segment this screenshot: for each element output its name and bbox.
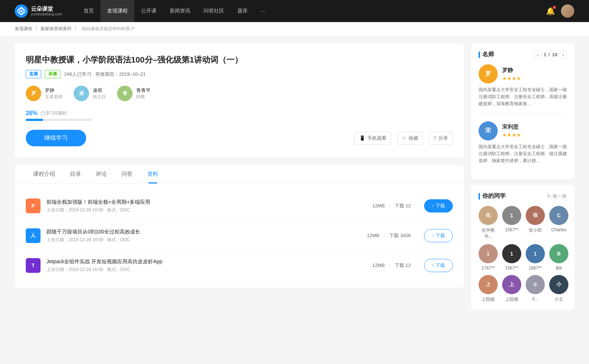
file-name-0: 前端全栈加强版！前端全栈+全周期+多端应用 <box>46 199 359 206</box>
classmates-grid: 化 化学教书... 1 1567** 张 张小田 C Charles 1 176… <box>479 206 567 303</box>
nav-item-5[interactable]: 题库 <box>231 0 254 22</box>
tab-问答[interactable]: 问答 <box>114 165 140 183</box>
svg-point-2 <box>21 10 22 12</box>
classmate-1[interactable]: 1 1567** <box>502 206 521 240</box>
file-stats-2: 12MB | 下载 12 <box>365 262 418 269</box>
file-icon-1: 人 <box>26 228 40 243</box>
tab-评论[interactable]: 评论 <box>88 165 114 183</box>
share-button[interactable]: ⤴ 分享 <box>429 132 453 145</box>
teacher-page-current: 1 <box>544 52 546 57</box>
teacher-page-total: 10 <box>552 52 557 57</box>
classmate-name-7: Bill <box>556 265 562 271</box>
teachers-sidebar-card: 名师 ‹ 1 / 10 › 罗 罗静 ★★★★ 国内某重点大学安全工程专业硕士，… <box>471 43 574 179</box>
sidebar-teacher-stars-0: ★★★★ <box>502 75 521 81</box>
file-meta-1: 上传日期：2019-12-28 16:00 格式：DOC <box>46 237 354 243</box>
classmate-8[interactable]: 上 上院能 <box>479 275 498 303</box>
classmate-avatar-10: 0 <box>526 275 545 294</box>
breadcrumb: 发现课程 / 新媒体营销系列 / 销冠修炼术搞定80%的客户 <box>0 22 589 36</box>
classmate-11[interactable]: 小 小王 <box>549 275 568 303</box>
classmate-4[interactable]: 1 1767** <box>479 244 498 271</box>
file-item-2: T Jetpack全组件实战 开发短视频应用高仿皮皮虾App 上传日期：2019… <box>26 251 453 280</box>
classmate-6[interactable]: 1 1867** <box>526 244 545 271</box>
course-title: 明星中教授课，小学阶段语法100分–强化级第1讲动词（一） <box>26 54 453 65</box>
teacher-avatar-1: 凌 <box>74 86 89 101</box>
badge-live: 直播 <box>26 70 41 78</box>
file-info-1: 跟随千万级项目从0到100全过程高效成长 上传日期：2019-12-28 16:… <box>46 229 354 243</box>
main-nav: 首页发现课程公开课新闻资讯问答社区题库··· <box>77 0 546 22</box>
download-button-1[interactable]: ↑ 下载 <box>424 229 453 242</box>
classmate-2[interactable]: 张 张小田 <box>526 206 545 240</box>
logo[interactable]: 云朵课堂 yundouketang.com <box>15 4 62 18</box>
tab-资料[interactable]: 资料 <box>140 165 166 183</box>
classmate-3[interactable]: C Charles <box>549 206 568 240</box>
classmate-5[interactable]: 1 1567** <box>502 244 521 271</box>
classmate-avatar-3: C <box>549 206 568 225</box>
phone-watch-label: 手机观看 <box>367 135 387 142</box>
classmate-name-2: 张小田 <box>529 227 542 233</box>
nav-item-6[interactable]: ··· <box>254 0 272 22</box>
breadcrumb-link-2[interactable]: 新媒体营销系列 <box>40 26 71 31</box>
file-stats-1: 12MB | 下载 3456 <box>360 232 418 239</box>
progress-bar-fill <box>26 119 43 121</box>
classmate-avatar-8: 上 <box>479 275 498 294</box>
teacher-name-2: 青青平 <box>136 87 151 94</box>
sidebar-teacher-desc-1: 国内某重点大学安全工程专业硕士，国家一级注册消防工程师、注册安全工程师、级注册建… <box>479 143 567 165</box>
teachers-list: 罗 罗静 主讲老师 凌 凌荷 班主任 青 青青平 助教 <box>26 86 453 101</box>
classmate-7[interactable]: B Bill <box>549 244 568 271</box>
classmate-avatar-9: 上 <box>502 275 521 294</box>
classmate-name-1: 1567** <box>505 227 518 232</box>
file-item-0: P 前端全栈加强版！前端全栈+全周期+多端应用 上传日期：2019-12-28 … <box>26 191 453 221</box>
nav-item-1[interactable]: 发现课程 <box>100 0 134 22</box>
sidebar-teacher-stars-1: ★★★★ <box>502 132 521 138</box>
tab-课程介绍[interactable]: 课程介绍 <box>26 165 63 183</box>
teacher-role-0: 主讲老师 <box>45 94 63 100</box>
sidebar-teacher-name-0: 罗静 <box>502 67 521 74</box>
file-info-2: Jetpack全组件实战 开发短视频应用高仿皮皮虾App 上传日期：2019-1… <box>46 258 359 273</box>
sidebar: 名师 ‹ 1 / 10 › 罗 罗静 ★★★★ 国内某重点大学安全工程专业硕士，… <box>471 43 574 316</box>
progress-study-text: 已学习0课时 <box>40 110 67 117</box>
breadcrumb-link-1[interactable]: 发现课程 <box>15 26 32 31</box>
download-button-0[interactable]: ↑ 下载 <box>424 199 453 213</box>
file-icon-0: P <box>26 199 40 213</box>
teacher-info-1: 凌荷 班主任 <box>93 87 106 100</box>
teacher-info-0: 罗静 主讲老师 <box>45 87 63 100</box>
file-item-1: 人 跟随千万级项目从0到100全过程高效成长 上传日期：2019-12-28 1… <box>26 221 453 251</box>
file-meta-0: 上传日期：2019-12-28 16:00 格式：DOC <box>46 207 359 213</box>
file-name-2: Jetpack全组件实战 开发短视频应用高仿皮皮虾App <box>46 258 359 265</box>
prev-teacher-page[interactable]: ‹ <box>534 51 542 58</box>
classmate-9[interactable]: 上 上院楼 <box>502 275 521 303</box>
nav-item-0[interactable]: 首页 <box>77 0 100 22</box>
refresh-classmates-button[interactable]: ↻ 换一换 <box>547 193 567 200</box>
nav-item-3[interactable]: 新闻资讯 <box>163 0 197 22</box>
user-avatar[interactable] <box>561 4 574 18</box>
tab-目录[interactable]: 目录 <box>63 165 88 183</box>
continue-study-button[interactable]: 继续学习 <box>26 130 86 146</box>
tabs-content: P 前端全栈加强版！前端全栈+全周期+多端应用 上传日期：2019-12-28 … <box>15 184 464 288</box>
refresh-label: 换一换 <box>553 193 567 200</box>
classmate-name-5: 1567** <box>505 265 518 271</box>
classmate-name-11: 小王 <box>554 296 563 303</box>
sidebar-teacher-desc-0: 国内某重点大学安全工程专业硕士，国家一级注册消防工程师、注册安全工程师、高级注册… <box>479 86 567 108</box>
teacher-role-2: 助教 <box>136 94 151 100</box>
phone-watch-button[interactable]: 📱 手机观看 <box>355 132 391 145</box>
nav-item-2[interactable]: 公开课 <box>134 0 163 22</box>
classmate-0[interactable]: 化 化学教书... <box>479 206 498 240</box>
logo-text: 云朵课堂 yundouketang.com <box>31 6 62 17</box>
breadcrumb-current: 销冠修炼术搞定80%的客户 <box>82 26 135 31</box>
progress-bar-bg <box>26 119 92 121</box>
sidebar-teacher-name-1: 宋利坚 <box>502 124 521 131</box>
action-buttons: 📱 手机观看 ☆ 收藏 ⤴ 分享 <box>355 132 453 145</box>
notification-dot <box>553 6 556 9</box>
download-button-2[interactable]: ↑ 下载 <box>424 259 453 272</box>
classmate-avatar-2: 张 <box>526 206 545 225</box>
next-teacher-page[interactable]: › <box>560 51 567 58</box>
teacher-1: 凌 凌荷 班主任 <box>74 86 106 101</box>
sidebar-teacher-avatar-1: 宋 <box>479 121 498 140</box>
logo-icon <box>15 4 28 18</box>
classmate-avatar-1: 1 <box>502 206 521 225</box>
course-meta-text: 246人已学习 · 有效期至：2019–10–21 <box>64 71 146 78</box>
classmate-10[interactable]: 0 0... <box>526 275 545 303</box>
notification-bell[interactable]: 🔔 <box>546 7 555 15</box>
collect-button[interactable]: ☆ 收藏 <box>397 132 423 145</box>
nav-item-4[interactable]: 问答社区 <box>197 0 231 22</box>
